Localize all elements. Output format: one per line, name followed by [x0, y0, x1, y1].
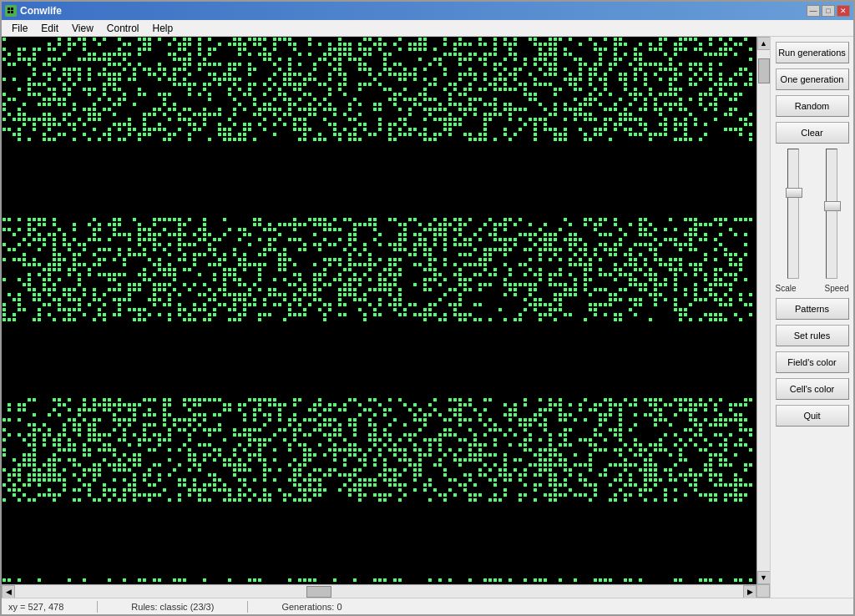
scale-label: Scale [776, 284, 797, 293]
scroll-down-button[interactable]: ▼ [757, 571, 771, 584]
scroll-left-button[interactable]: ◀ [2, 585, 15, 598]
maximize-button[interactable]: □ [822, 5, 835, 17]
main-window: Conwlife — □ ✕ File Edit View Control He… [0, 0, 855, 616]
menu-view[interactable]: View [65, 21, 100, 36]
close-button[interactable]: ✕ [837, 5, 850, 17]
canvas-wrapper: ▲ ▼ ◀ ▶ [2, 37, 770, 598]
cells-color-button[interactable]: Cell's color [776, 378, 849, 400]
menu-help[interactable]: Help [146, 21, 180, 36]
svg-rect-0 [8, 8, 10, 10]
title-bar-left: Conwlife [5, 5, 62, 17]
svg-rect-3 [11, 11, 13, 13]
quit-button[interactable]: Quit [776, 405, 849, 427]
canvas-inner: ▲ ▼ ◀ ▶ [2, 37, 770, 598]
speed-slider-container [814, 149, 849, 282]
random-button[interactable]: Random [776, 95, 849, 117]
scroll-thumb-vertical[interactable] [758, 58, 770, 83]
generations-status: Generations: 0 [281, 602, 341, 612]
set-rules-button[interactable]: Set rules [776, 325, 849, 346]
game-canvas[interactable] [2, 37, 756, 584]
svg-rect-1 [11, 8, 13, 10]
vertical-scrollbar[interactable]: ▲ ▼ [756, 37, 770, 584]
menu-control[interactable]: Control [100, 21, 146, 36]
window-title: Conwlife [20, 5, 62, 17]
app-icon [5, 5, 17, 17]
fields-color-button[interactable]: Field's color [776, 351, 849, 373]
speed-label: Speed [825, 284, 849, 293]
coordinates-status: xy = 527, 478 [8, 602, 63, 612]
run-generations-button[interactable]: Run generations [776, 42, 849, 63]
speed-slider-track[interactable] [826, 149, 837, 279]
svg-rect-2 [8, 11, 10, 13]
main-content: ▲ ▼ ◀ ▶ Run generations [2, 37, 853, 598]
menu-bar: File Edit View Control Help [2, 20, 853, 37]
title-bar-buttons: — □ ✕ [807, 5, 850, 17]
horizontal-scrollbar[interactable]: ◀ ▶ [2, 584, 756, 598]
menu-file[interactable]: File [5, 21, 34, 36]
scroll-up-button[interactable]: ▲ [757, 37, 771, 50]
scale-slider-track[interactable] [787, 149, 799, 279]
scale-slider-container [776, 149, 811, 282]
status-divider-1 [97, 601, 98, 613]
scroll-track-horizontal[interactable] [15, 585, 743, 598]
scale-slider-thumb[interactable] [786, 188, 802, 198]
scroll-corner [756, 584, 770, 598]
scroll-thumb-horizontal[interactable] [306, 586, 331, 598]
sidebar: Run generations One generation Random Cl… [770, 37, 853, 598]
scroll-track-vertical[interactable] [757, 50, 770, 571]
sliders-labels: Scale Speed [776, 284, 849, 293]
patterns-button[interactable]: Patterns [776, 298, 849, 320]
minimize-button[interactable]: — [807, 5, 820, 17]
status-bar: xy = 527, 478 Rules: classic (23/3) Gene… [2, 598, 853, 614]
one-generation-button[interactable]: One generation [776, 68, 849, 90]
clear-button[interactable]: Clear [776, 122, 849, 144]
rules-status: Rules: classic (23/3) [131, 602, 214, 612]
sliders-section [776, 149, 849, 282]
status-divider-2 [247, 601, 248, 613]
scroll-right-button[interactable]: ▶ [743, 585, 756, 598]
menu-edit[interactable]: Edit [34, 21, 65, 36]
title-bar: Conwlife — □ ✕ [2, 2, 853, 20]
speed-slider-thumb[interactable] [824, 201, 841, 211]
